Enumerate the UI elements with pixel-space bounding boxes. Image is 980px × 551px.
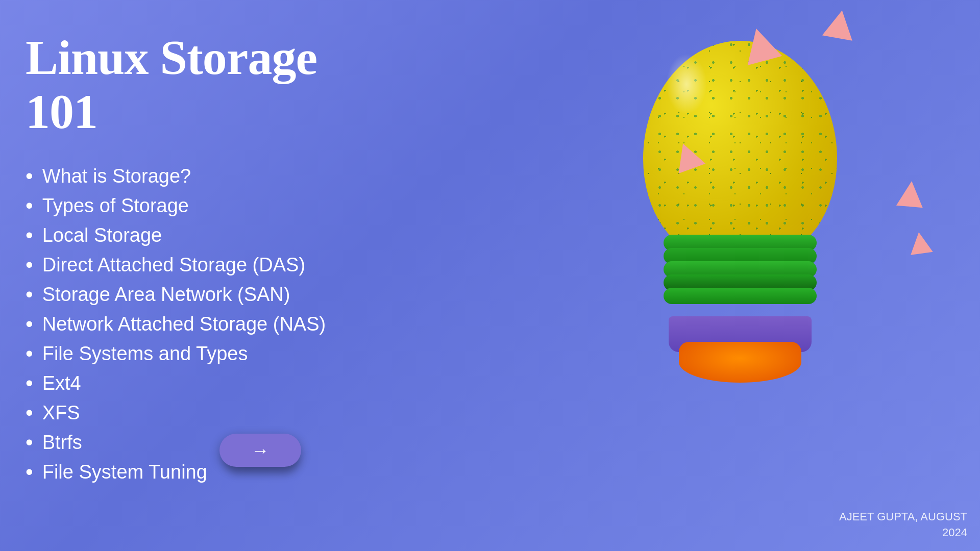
coil-ring-5 — [664, 288, 817, 304]
page-title: Linux Storage 101 — [26, 31, 373, 138]
watermark: AJEET GUPTA, AUGUST 2024 — [839, 509, 967, 541]
watermark-line2: 2024 — [942, 526, 967, 539]
list-item: Btrfs — [26, 430, 373, 455]
decorative-triangle-5 — [908, 231, 933, 255]
bulb-coil — [664, 235, 817, 316]
list-item: Direct Attached Storage (DAS) — [26, 253, 373, 277]
decorative-triangle-4 — [896, 180, 925, 208]
bulb-highlight — [666, 54, 707, 115]
list-item: What is Storage? — [26, 164, 373, 188]
next-arrow-button[interactable] — [219, 434, 301, 467]
lightbulb-illustration — [602, 26, 898, 393]
content-left: Linux Storage 101 What is Storage? Types… — [26, 31, 373, 489]
list-item: XFS — [26, 400, 373, 425]
list-item: Network Attached Storage (NAS) — [26, 312, 373, 336]
title-line2: 101 — [26, 84, 97, 139]
bulb-cap-orange — [679, 342, 801, 383]
list-item: Ext4 — [26, 371, 373, 395]
list-item: File System Tuning — [26, 460, 373, 484]
watermark-line1: AJEET GUPTA, AUGUST — [839, 510, 967, 523]
list-item: Types of Storage — [26, 193, 373, 218]
list-item: Local Storage — [26, 223, 373, 247]
list-item: File Systems and Types — [26, 341, 373, 366]
bullet-list: What is Storage? Types of Storage Local … — [26, 164, 373, 484]
decorative-triangle-2 — [822, 8, 857, 41]
list-item: Storage Area Network (SAN) — [26, 282, 373, 307]
title-line1: Linux Storage — [26, 30, 317, 85]
